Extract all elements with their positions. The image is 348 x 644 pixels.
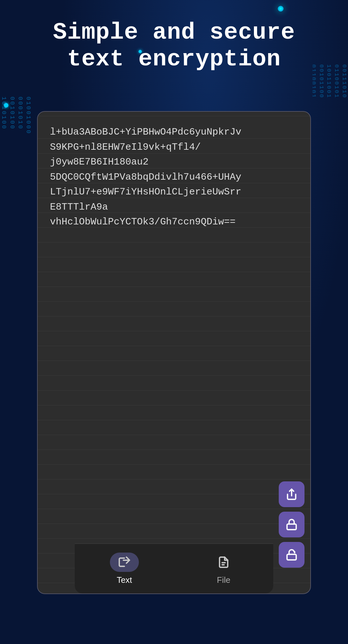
binary-decoration-left: 0100100000010100010100101010000010100100… bbox=[0, 97, 32, 547]
hero-title-section: Simple and secure text encryption bbox=[0, 19, 348, 73]
share-button[interactable] bbox=[279, 481, 304, 507]
tab-file-label: File bbox=[217, 575, 230, 585]
file-tab-icon bbox=[218, 556, 230, 568]
share-icon bbox=[285, 488, 298, 500]
binary-decoration-right: 0011101001100101100110010010110001100101… bbox=[313, 64, 348, 580]
tab-file[interactable]: File bbox=[196, 549, 251, 588]
encrypted-text-input[interactable]: l+<span class="underline-red">bUa3ABoBJC… bbox=[38, 112, 310, 593]
svg-rect-2 bbox=[287, 554, 296, 560]
unlock-icon bbox=[285, 549, 298, 561]
action-buttons-group bbox=[279, 481, 304, 568]
lock-icon bbox=[285, 518, 298, 531]
main-card: l+<span class="underline-red">bUa3ABoBJC… bbox=[37, 111, 311, 594]
app-title: Simple and secure text encryption bbox=[19, 19, 329, 73]
tab-text-icon-wrap bbox=[110, 553, 139, 572]
tab-text-label: Text bbox=[117, 575, 132, 585]
accent-dot-2 bbox=[4, 103, 8, 108]
tab-bar: Text File bbox=[75, 544, 273, 593]
lock-button[interactable] bbox=[279, 512, 304, 537]
text-tab-icon bbox=[118, 556, 130, 568]
textarea-wrapper: l+<span class="underline-red">bUa3ABoBJC… bbox=[38, 112, 310, 593]
tab-file-icon-wrap bbox=[209, 553, 238, 572]
top-accent-dot bbox=[278, 6, 284, 12]
svg-rect-1 bbox=[287, 524, 296, 529]
tab-text[interactable]: Text bbox=[97, 549, 152, 588]
unlock-button[interactable] bbox=[279, 542, 304, 568]
